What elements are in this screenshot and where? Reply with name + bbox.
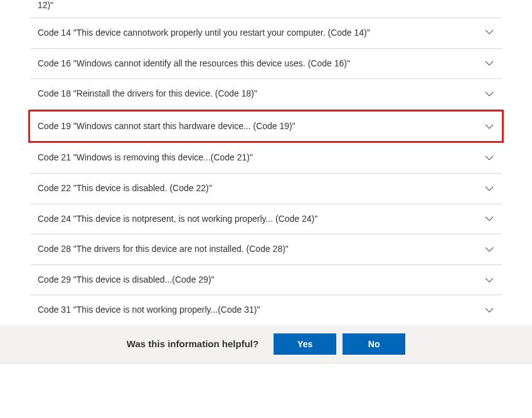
accordion-item-code-31[interactable]: Code 31 "This device is not working prop… xyxy=(30,295,502,326)
accordion-item-code-16[interactable]: Code 16 "Windows cannot identify all the… xyxy=(30,49,502,80)
accordion-label: Code 16 "Windows cannot identify all the… xyxy=(38,58,484,70)
accordion-label: Code 18 "Reinstall the drivers for this … xyxy=(38,88,484,100)
feedback-yes-button[interactable]: Yes xyxy=(274,333,336,355)
accordion-label: Code 28 "The drivers for this device are… xyxy=(38,243,484,256)
accordion-label: Code 19 "Windows cannot start this hardw… xyxy=(38,120,484,133)
accordion-label: Code 29 "This device is disabled...(Code… xyxy=(38,274,484,286)
feedback-prompt: Was this information helpful? xyxy=(127,338,258,349)
partial-top-text: 12)" xyxy=(38,0,53,10)
accordion-label: Code 24 "This device is notpresent, is n… xyxy=(38,213,484,226)
accordion-item-code-22[interactable]: Code 22 "This device is disabled. (Code … xyxy=(30,174,502,204)
feedback-buttons: Yes No xyxy=(274,333,405,355)
accordion-item-code-18[interactable]: Code 18 "Reinstall the drivers for this … xyxy=(30,79,502,110)
accordion-item-code-14[interactable]: Code 14 "This device cannotwork properly… xyxy=(30,18,502,49)
accordion-label: Code 22 "This device is disabled. (Code … xyxy=(38,182,484,195)
accordion-label: Code 14 "This device cannotwork properly… xyxy=(38,27,484,39)
accordion-item-code-24[interactable]: Code 24 "This device is notpresent, is n… xyxy=(30,204,502,235)
chevron-down-icon xyxy=(484,184,494,194)
chevron-down-icon xyxy=(484,244,494,254)
chevron-down-icon xyxy=(484,214,494,224)
chevron-down-icon xyxy=(484,153,494,163)
chevron-down-icon xyxy=(484,275,494,285)
accordion-item-code-21[interactable]: Code 21 "Windows is removing this device… xyxy=(30,143,502,174)
chevron-down-icon xyxy=(484,89,494,99)
chevron-down-icon xyxy=(484,305,494,315)
partial-top-item: 12)" xyxy=(30,0,502,18)
chevron-down-icon xyxy=(484,58,494,68)
chevron-down-icon xyxy=(484,122,494,132)
accordion-item-code-28[interactable]: Code 28 "The drivers for this device are… xyxy=(30,234,502,265)
feedback-no-button[interactable]: No xyxy=(343,333,405,355)
accordion-item-code-29[interactable]: Code 29 "This device is disabled...(Code… xyxy=(30,265,502,296)
accordion-label: Code 31 "This device is not working prop… xyxy=(38,304,484,316)
accordion-label: Code 21 "Windows is removing this device… xyxy=(38,152,484,164)
chevron-down-icon xyxy=(484,27,494,37)
feedback-bar: Was this information helpful? Yes No xyxy=(0,325,532,363)
accordion-item-code-19[interactable]: Code 19 "Windows cannot start this hardw… xyxy=(28,110,504,144)
accordion-list: 12)" Code 14 "This device cannotwork pro… xyxy=(0,0,532,326)
